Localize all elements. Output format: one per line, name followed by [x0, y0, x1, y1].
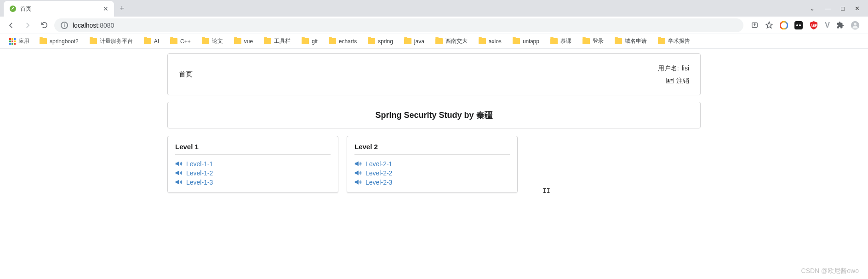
level-title: Level 1	[175, 143, 331, 151]
bookmark-item[interactable]: 工具栏	[259, 37, 295, 45]
tab-title: 首页	[20, 5, 99, 13]
omnibox[interactable]: i localhost:8080	[54, 18, 743, 32]
page-content: 首页 用户名:lisi 注销 Spring Security Study by …	[0, 49, 868, 207]
ext-circle-icon[interactable]	[780, 21, 788, 29]
folder-icon	[234, 38, 241, 44]
folder-icon	[40, 38, 47, 44]
close-window-icon[interactable]: ✕	[855, 5, 860, 12]
bookmark-label: 计量服务平台	[100, 37, 133, 45]
bullhorn-icon	[354, 170, 362, 176]
forward-button[interactable]	[21, 19, 34, 32]
bookmark-star-icon[interactable]	[765, 21, 773, 29]
level-card: Level 1Level-1-1Level-1-2Level-1-3	[167, 136, 338, 193]
caret-down-icon[interactable]: ⌄	[810, 5, 815, 12]
folder-icon	[658, 38, 665, 44]
ext-square-icon[interactable]	[794, 21, 803, 29]
level-link[interactable]: Level-2-2	[354, 169, 510, 178]
bookmark-label: springboot2	[50, 38, 79, 45]
bookmark-item[interactable]: vue	[229, 37, 257, 45]
svg-point-4	[796, 24, 798, 26]
ext-v-icon[interactable]: V	[825, 21, 830, 29]
svg-point-19	[668, 79, 669, 81]
level-card: Level 2Level-2-1Level-2-2Level-2-3	[347, 136, 518, 193]
bookmark-label: 登录	[593, 37, 604, 45]
svg-point-5	[799, 24, 801, 26]
bookmark-item[interactable]: axios	[474, 37, 506, 45]
folder-icon	[264, 38, 271, 44]
folder-icon	[513, 38, 520, 44]
svg-rect-12	[9, 41, 11, 42]
bookmark-item[interactable]: 学术报告	[653, 37, 695, 45]
bookmark-item[interactable]: 计量服务平台	[85, 37, 137, 45]
bookmark-label: vue	[244, 38, 253, 45]
folder-icon	[615, 38, 622, 44]
url-text: localhost:8080	[73, 22, 114, 29]
logout-link[interactable]: 注销	[658, 75, 689, 87]
svg-rect-11	[14, 38, 16, 40]
window-controls: ⌄ — □ ✕	[810, 5, 868, 12]
browser-tab[interactable]: 首页 ✕	[4, 1, 114, 17]
folder-icon	[479, 38, 486, 44]
folder-icon	[404, 38, 411, 44]
svg-rect-17	[14, 43, 16, 45]
svg-rect-14	[14, 41, 16, 42]
svg-text:ABP: ABP	[811, 23, 817, 27]
bookmark-label: 工具栏	[274, 37, 291, 45]
bookmark-item[interactable]: AI	[139, 37, 164, 45]
folder-icon	[329, 38, 336, 44]
bookmark-item[interactable]: spring	[363, 37, 398, 45]
bookmark-label: git	[312, 38, 318, 45]
bookmark-label: spring	[378, 38, 393, 45]
bookmark-item[interactable]: echarts	[324, 37, 361, 45]
folder-icon	[368, 38, 375, 44]
bookmark-item[interactable]: uniapp	[508, 37, 544, 45]
bookmark-item[interactable]: 论文	[197, 37, 228, 45]
folder-icon	[90, 38, 97, 44]
bookmark-label: 论文	[212, 37, 223, 45]
bookmark-item[interactable]: 西南交大	[431, 37, 472, 45]
bullhorn-icon	[175, 170, 183, 176]
bookmark-item[interactable]: 登录	[578, 37, 608, 45]
level-link[interactable]: Level-2-3	[354, 178, 510, 187]
home-link[interactable]: 首页	[179, 70, 193, 79]
folder-icon	[435, 38, 443, 44]
bullhorn-icon	[354, 179, 362, 186]
apps-button[interactable]: 应用	[6, 37, 33, 45]
apps-label: 应用	[18, 37, 29, 45]
bullhorn-icon	[175, 161, 183, 167]
bookmark-label: echarts	[339, 38, 357, 45]
bookmark-item[interactable]: C++	[166, 37, 195, 45]
username-row: 用户名:lisi	[658, 62, 689, 75]
back-button[interactable]	[5, 19, 17, 32]
level-link[interactable]: Level-1-1	[175, 159, 331, 169]
folder-icon	[202, 38, 209, 44]
abp-icon[interactable]: ABP	[809, 21, 818, 30]
reload-button[interactable]	[38, 19, 51, 32]
bookmark-item[interactable]: springboot2	[35, 37, 83, 45]
site-info-icon[interactable]: i	[61, 22, 68, 29]
bookmark-label: C++	[180, 38, 191, 45]
close-tab-icon[interactable]: ✕	[103, 5, 108, 12]
bookmark-item[interactable]: 慕课	[546, 37, 576, 45]
new-tab-button[interactable]: +	[114, 4, 130, 13]
extensions-icon[interactable]	[836, 21, 844, 29]
level-link[interactable]: Level-1-2	[175, 169, 331, 178]
minimize-icon[interactable]: —	[825, 5, 831, 12]
address-bar: i localhost:8080 ABP V	[0, 17, 868, 34]
maximize-icon[interactable]: □	[841, 5, 845, 12]
bookmark-bar: 应用 springboot2计量服务平台AIC++论文vue工具栏gitecha…	[0, 34, 868, 49]
svg-point-2	[780, 22, 788, 29]
bookmark-label: axios	[489, 38, 502, 45]
bullhorn-icon	[175, 179, 183, 186]
id-card-icon	[666, 78, 674, 83]
bookmark-label: 域名申请	[625, 37, 647, 45]
header-card: 首页 用户名:lisi 注销	[167, 53, 701, 95]
bookmark-item[interactable]: git	[297, 37, 322, 45]
profile-icon[interactable]	[851, 21, 860, 30]
svg-point-8	[854, 23, 857, 25]
bookmark-item[interactable]: java	[400, 37, 429, 45]
level-link[interactable]: Level-2-1	[354, 159, 510, 169]
bookmark-item[interactable]: 域名申请	[610, 37, 651, 45]
share-icon[interactable]	[751, 21, 759, 29]
level-link[interactable]: Level-1-3	[175, 178, 331, 187]
